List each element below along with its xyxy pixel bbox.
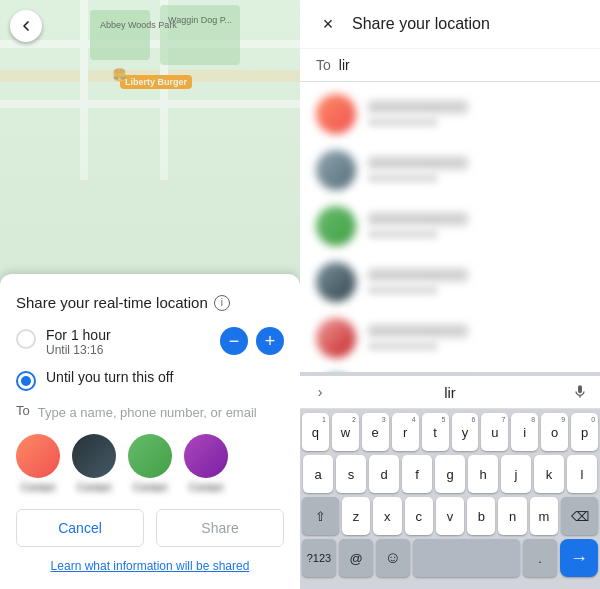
right-panel-title: Share your location <box>352 15 490 33</box>
suggestion-text[interactable]: lir <box>336 384 564 401</box>
emoji-key[interactable]: ☺ <box>376 539 410 577</box>
list-item[interactable] <box>300 198 600 254</box>
key-q[interactable]: q1 <box>302 413 329 451</box>
key-o[interactable]: o9 <box>541 413 568 451</box>
list-sub-3 <box>368 229 438 239</box>
contact-name-1: Contact <box>21 482 55 493</box>
list-name-1 <box>368 101 468 113</box>
key-a[interactable]: a <box>303 455 333 493</box>
option1-label: For 1 hour <box>46 327 210 343</box>
key-e[interactable]: e3 <box>362 413 389 451</box>
list-name-3 <box>368 213 468 225</box>
key-w[interactable]: w2 <box>332 413 359 451</box>
key-m[interactable]: m <box>530 497 558 535</box>
list-sub-1 <box>368 117 438 127</box>
to-section: To Type a name, phone number, or email <box>16 403 284 422</box>
list-avatar-3 <box>316 206 356 246</box>
key-row-4: ?123 @ ☺ . → <box>302 539 598 577</box>
space-key[interactable] <box>413 539 520 577</box>
share-button[interactable]: Share <box>156 509 284 547</box>
to-placeholder[interactable]: Type a name, phone number, or email <box>38 405 257 420</box>
contact-item-4[interactable]: Contact <box>184 434 228 493</box>
keyboard-rows: q1 w2 e3 r4 t5 y6 u7 i8 o9 p0 a s d f g … <box>300 409 600 585</box>
key-r[interactable]: r4 <box>392 413 419 451</box>
contact-avatar-4 <box>184 434 228 478</box>
list-avatar-5 <box>316 318 356 358</box>
panel-title: Share your real-time location i <box>16 294 284 311</box>
list-sub-4 <box>368 285 438 295</box>
at-key[interactable]: @ <box>339 539 373 577</box>
contact-name-4: Contact <box>189 482 223 493</box>
key-f[interactable]: f <box>402 455 432 493</box>
list-item[interactable] <box>300 310 600 366</box>
key-t[interactable]: t5 <box>422 413 449 451</box>
mic-button[interactable] <box>568 380 592 404</box>
list-name-4 <box>368 269 468 281</box>
info-icon[interactable]: i <box>214 295 230 311</box>
action-buttons: Cancel Share <box>16 509 284 547</box>
list-item[interactable] <box>300 142 600 198</box>
contact-name-2: Contact <box>77 482 111 493</box>
right-header: × Share your location <box>300 0 600 49</box>
map-area: Abbey Woods Park Waggin Dog P... Liberty… <box>0 0 300 589</box>
key-d[interactable]: d <box>369 455 399 493</box>
key-s[interactable]: s <box>336 455 366 493</box>
key-v[interactable]: v <box>436 497 464 535</box>
close-button[interactable]: × <box>316 12 340 36</box>
learn-link[interactable]: Learn what information will be shared <box>16 559 284 573</box>
keyboard: › lir q1 w2 e3 r4 t5 y6 u7 i8 o9 p0 <box>300 372 600 589</box>
list-avatar-1 <box>316 94 356 134</box>
contact-name-3: Contact <box>133 482 167 493</box>
share-panel-left: Share your real-time location i For 1 ho… <box>0 274 300 589</box>
key-row-2: a s d f g h j k l <box>302 455 598 493</box>
key-l[interactable]: l <box>567 455 597 493</box>
key-p[interactable]: p0 <box>571 413 598 451</box>
go-key[interactable]: → <box>560 539 598 577</box>
to-label-right: To <box>316 57 331 73</box>
key-h[interactable]: h <box>468 455 498 493</box>
key-y[interactable]: y6 <box>452 413 479 451</box>
to-input-right[interactable] <box>339 57 584 73</box>
key-j[interactable]: j <box>501 455 531 493</box>
contact-avatar-3 <box>128 434 172 478</box>
radio-1-hour[interactable] <box>16 329 36 349</box>
share-panel-right: × Share your location To <box>300 0 600 589</box>
back-button[interactable] <box>10 10 42 42</box>
key-g[interactable]: g <box>435 455 465 493</box>
to-label: To <box>16 403 30 418</box>
period-key[interactable]: . <box>523 539 557 577</box>
key-k[interactable]: k <box>534 455 564 493</box>
radio-until-off[interactable] <box>16 371 36 391</box>
option1-sublabel: Until 13:16 <box>46 343 210 357</box>
for-1-hour-option[interactable]: For 1 hour Until 13:16 − + <box>16 327 284 357</box>
shift-key[interactable]: ⇧ <box>302 497 339 535</box>
list-avatar-2 <box>316 150 356 190</box>
key-u[interactable]: u7 <box>481 413 508 451</box>
contact-item-2[interactable]: Contact <box>72 434 116 493</box>
key-z[interactable]: z <box>342 497 370 535</box>
until-off-option[interactable]: Until you turn this off <box>16 369 284 391</box>
key-c[interactable]: c <box>405 497 433 535</box>
contacts-list <box>300 82 600 372</box>
num-key[interactable]: ?123 <box>302 539 336 577</box>
backspace-key[interactable]: ⌫ <box>561 497 598 535</box>
expand-icon[interactable]: › <box>308 380 332 404</box>
key-b[interactable]: b <box>467 497 495 535</box>
key-row-3: ⇧ z x c v b n m ⌫ <box>302 497 598 535</box>
option2-label: Until you turn this off <box>46 369 284 385</box>
key-x[interactable]: x <box>373 497 401 535</box>
list-name-2 <box>368 157 468 169</box>
cancel-button[interactable]: Cancel <box>16 509 144 547</box>
list-sub-2 <box>368 173 438 183</box>
list-item[interactable] <box>300 86 600 142</box>
decrease-button[interactable]: − <box>220 327 248 355</box>
increase-button[interactable]: + <box>256 327 284 355</box>
contact-item-1[interactable]: Contact <box>16 434 60 493</box>
list-sub-5 <box>368 341 438 351</box>
key-n[interactable]: n <box>498 497 526 535</box>
contact-item-3[interactable]: Contact <box>128 434 172 493</box>
list-avatar-4 <box>316 262 356 302</box>
list-item[interactable] <box>300 254 600 310</box>
suggestion-row: › lir <box>300 376 600 409</box>
key-i[interactable]: i8 <box>511 413 538 451</box>
